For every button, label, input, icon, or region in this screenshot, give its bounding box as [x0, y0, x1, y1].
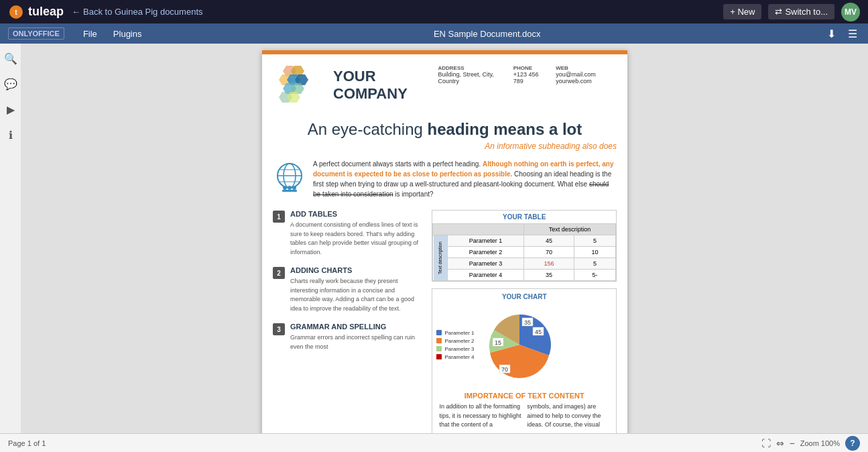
table-section: YOUR TABLE Text description Text des: [432, 210, 617, 282]
file-menu[interactable]: File: [75, 26, 105, 42]
fit-icon[interactable]: ⇔: [776, 438, 784, 449]
table-row: Parameter 4 35 5-: [433, 270, 616, 281]
plugins-menu[interactable]: Plugins: [105, 26, 150, 42]
arrow-right-icon[interactable]: ▶: [3, 101, 19, 117]
switch-label: Switch to...: [785, 7, 828, 17]
table-title: YOUR TABLE: [432, 211, 616, 223]
table-row: Parameter 3 156 5: [433, 258, 616, 270]
legend-label-1: Parameter 1: [444, 330, 474, 336]
help-button[interactable]: ?: [845, 436, 860, 451]
svg-text:45: 45: [535, 329, 542, 335]
importance-title: IMPORTANCE OF TEXT CONTENT: [436, 389, 612, 402]
section-3-text: Grammar errors and incorrect spelling ca…: [290, 333, 424, 351]
globe-icon: [273, 159, 306, 192]
param1-val1: 45: [523, 235, 574, 247]
zoom-out-icon[interactable]: −: [790, 438, 795, 449]
back-arrow-icon: ←: [72, 7, 80, 17]
sidebar: 🔍 💬 ▶ ℹ: [0, 44, 21, 433]
section-2-content: ADDING CHARTS Charts really work because…: [290, 266, 424, 313]
onlyoffice-brand: ONLYOFFICE: [8, 27, 64, 40]
section-2-title: ADDING CHARTS: [290, 266, 424, 274]
search-icon[interactable]: 🔍: [3, 50, 19, 66]
section-1: 1 ADD TABLES A document consisting of en…: [273, 210, 424, 257]
logo-area: t tuleap: [8, 4, 64, 20]
menu-bar: ONLYOFFICE File Plugins EN Sample Docume…: [0, 23, 868, 44]
download-icon[interactable]: ⬇: [824, 26, 839, 42]
param1-val2: 5: [574, 235, 616, 247]
web-value: you@mail.com yourweb.com: [556, 71, 596, 84]
section-1-title: ADD TABLES: [290, 210, 424, 218]
topbar-right: + New ⇄ Switch to... MV: [723, 3, 860, 21]
legend-dot-4: [436, 354, 442, 359]
section-2: 2 ADDING CHARTS Charts really work becau…: [273, 266, 424, 313]
section-3: 3 GRAMMAR AND SPELLING Grammar errors an…: [273, 323, 424, 351]
document-page: YOUR COMPANY ADDRESS Building, Street, C…: [262, 50, 627, 433]
back-link[interactable]: ← Back to Guinea Pig documents: [72, 7, 203, 17]
param2-val1: 70: [523, 247, 574, 258]
chart-content: Parameter 1 Parameter 2 Parameter 3: [436, 304, 612, 385]
legend-item-3: Parameter 3: [436, 346, 474, 352]
param2-val2: 10: [574, 247, 616, 258]
param4-label: Parameter 4: [448, 270, 524, 281]
section-3-content: GRAMMAR AND SPELLING Grammar errors and …: [290, 323, 424, 351]
chart-section: YOUR CHART Parameter 1 Parameter 2: [432, 288, 617, 433]
intro-section: A perfect document always starts with a …: [262, 156, 627, 206]
tuleap-logo-icon: t: [8, 4, 24, 20]
svg-rect-20: [287, 190, 292, 192]
info-icon[interactable]: ℹ: [3, 127, 19, 143]
legend-dot-1: [436, 330, 442, 335]
menu-icon[interactable]: ☰: [845, 26, 860, 42]
left-column: 1 ADD TABLES A document consisting of en…: [273, 210, 424, 433]
legend-label-2: Parameter 2: [444, 338, 474, 344]
param3-val2: 5: [574, 258, 616, 270]
right-column: YOUR TABLE Text description Text des: [432, 210, 617, 433]
svg-text:15: 15: [495, 339, 501, 346]
phone-col: PHONE +123 456 789: [513, 65, 542, 84]
new-button[interactable]: + New: [723, 4, 761, 19]
param1-label: Parameter 1: [448, 235, 524, 247]
switch-to-button[interactable]: ⇄ Switch to...: [768, 4, 834, 19]
phone-value: +123 456 789: [513, 71, 539, 84]
pie-chart: 45 45 70 70 15 15 35: [479, 304, 560, 385]
status-bar: Page 1 of 1 ⛶ ⇔ − Zoom 100% ?: [0, 433, 868, 452]
legend-item-4: Parameter 4: [436, 354, 474, 360]
svg-point-17: [288, 186, 292, 190]
param4-val1: 35: [523, 270, 574, 281]
top-bar: t tuleap ← Back to Guinea Pig documents …: [0, 0, 868, 23]
main-heading: An eye-catching heading means a lot: [262, 115, 627, 142]
document-area: YOUR COMPANY ADDRESS Building, Street, C…: [21, 44, 868, 433]
comment-icon[interactable]: 💬: [3, 76, 19, 92]
param3-val1: 156: [523, 258, 574, 270]
section-3-number: 3: [273, 323, 285, 335]
table-header: [433, 224, 523, 235]
section-3-title: GRAMMAR AND SPELLING: [290, 323, 424, 331]
statusbar-right: ⛶ ⇔ − Zoom 100% ?: [761, 436, 861, 451]
legend-dot-3: [436, 346, 442, 351]
main-area: 🔍 💬 ▶ ℹ: [0, 44, 868, 433]
menubar-right: ⬇ ☰: [824, 26, 860, 42]
importance-text-1: In addition to all the formatting tips, …: [439, 402, 521, 430]
param2-label: Parameter 2: [448, 247, 524, 258]
legend-label-3: Parameter 3: [444, 346, 474, 352]
chart-title: YOUR CHART: [436, 293, 612, 300]
legend-item-2: Parameter 2: [436, 338, 474, 344]
importance-text-2: symbols, and images) are aimed to help t…: [527, 402, 609, 430]
fullscreen-icon[interactable]: ⛶: [761, 438, 771, 449]
address-col: ADDRESS Building, Street, City, Country: [438, 65, 499, 84]
page-info: Page 1 of 1: [8, 439, 46, 447]
svg-rect-21: [292, 190, 297, 192]
section-1-text: A document consisting of endless lines o…: [290, 221, 424, 257]
svg-text:70: 70: [501, 366, 508, 373]
company-logo-icon: [273, 62, 326, 109]
back-link-label: Back to Guinea Pig documents: [83, 7, 203, 17]
logo-text: tuleap: [28, 5, 64, 19]
section-1-content: ADD TABLES A document consisting of endl…: [290, 210, 424, 257]
section-2-number: 2: [273, 267, 285, 279]
row-header: Text description: [433, 235, 448, 281]
avatar[interactable]: MV: [841, 3, 860, 21]
address-value: Building, Street, City, Country: [438, 71, 493, 84]
svg-point-16: [283, 186, 287, 190]
param4-val2: 5-: [574, 270, 616, 281]
switch-icon: ⇄: [775, 7, 782, 17]
param3-label: Parameter 3: [448, 258, 524, 270]
